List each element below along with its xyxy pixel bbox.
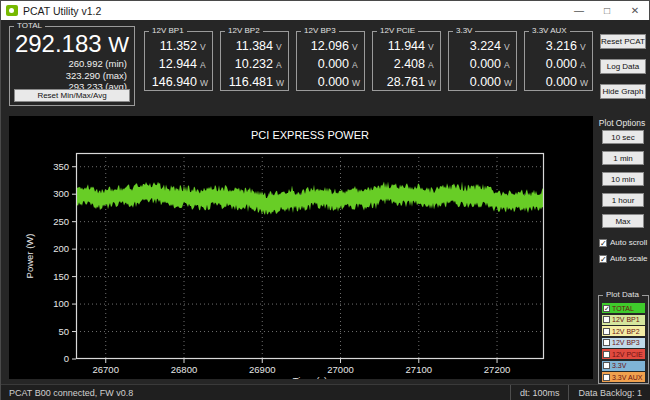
rail-watts: 0.000 xyxy=(318,74,349,91)
legend-total-checkbox[interactable]: ✓ xyxy=(603,305,610,312)
hide-graph-button[interactable]: Hide Graph xyxy=(600,84,646,99)
rail-panel-12v-bp2: 12V BP2 11.384V 10.232A 116.481W xyxy=(220,31,289,91)
reset-pcat-button[interactable]: Reset PCAT xyxy=(600,34,646,49)
svg-text:27200: 27200 xyxy=(484,364,510,375)
legend-item-12v-pcie[interactable]: 12V PCIE xyxy=(602,349,645,359)
legend-12v-pcie-label: 12V PCIE xyxy=(612,351,643,358)
rail-watts: 116.481 xyxy=(229,74,273,91)
legend-12v-bp1-checkbox[interactable] xyxy=(603,316,610,323)
auto-scale-checkbox-box[interactable]: ✓ xyxy=(599,255,607,263)
rail-volts: 12.096 xyxy=(311,38,349,55)
watts-unit: W xyxy=(352,75,360,92)
legend-12v-bp3-checkbox[interactable] xyxy=(603,339,610,346)
svg-text:100: 100 xyxy=(53,298,69,309)
rail-watts: 0.000 xyxy=(470,74,501,91)
legend-item-12v-bp2[interactable]: 12V BP2 xyxy=(602,326,645,336)
legend-12v-pcie-checkbox[interactable] xyxy=(603,351,610,358)
auto-scroll-label: Auto scroll xyxy=(610,238,647,247)
svg-text:26900: 26900 xyxy=(249,364,275,375)
range-max-button[interactable]: Max xyxy=(602,214,644,228)
amps-unit: A xyxy=(352,57,360,74)
power-chart: 2670026800269002700027100272000501001502… xyxy=(9,116,593,379)
close-button[interactable]: ✕ xyxy=(621,1,649,20)
title-bar: PCAT Utility v1.2 — □ ✕ xyxy=(1,1,649,20)
legend-item-3v3-aux[interactable]: 3.3V AUX xyxy=(602,372,645,382)
plot-options-title: Plot Options xyxy=(593,118,650,128)
range-10min-button[interactable]: 10 min xyxy=(602,172,644,186)
total-panel-label: TOTAL xyxy=(14,21,45,30)
legend-item-12v-bp3[interactable]: 12V BP3 xyxy=(602,338,645,348)
rail-label: 12V BP3 xyxy=(301,26,339,35)
rail-label: 3.3V AUX xyxy=(529,26,570,35)
rail-watts: 146.940 xyxy=(152,74,197,91)
rail-amps: 0.000 xyxy=(318,56,349,73)
svg-text:27100: 27100 xyxy=(406,364,432,375)
amps-unit: A xyxy=(580,57,588,74)
total-panel: TOTAL 292.183 W 260.992 (min) 323.290 (m… xyxy=(9,26,135,106)
dt-status: dt: 100ms xyxy=(510,385,569,400)
svg-text:250: 250 xyxy=(53,216,69,227)
log-data-button[interactable]: Log Data xyxy=(600,59,646,74)
volts-unit: V xyxy=(504,39,512,56)
auto-scroll-checkbox-box[interactable]: ✓ xyxy=(599,239,607,247)
svg-text:Power (W): Power (W) xyxy=(24,234,35,279)
rail-panel-3v3-aux: 3.3V AUX 3.216V 0.000A 0.000W xyxy=(524,31,593,91)
data-backlog-status: Data Backlog: 1 xyxy=(568,385,650,400)
legend-3v3-checkbox[interactable] xyxy=(603,362,610,369)
connection-status: PCAT B00 connected, FW v0.8 xyxy=(1,388,133,398)
legend-3v3-aux-label: 3.3V AUX xyxy=(612,374,642,381)
rail-volts: 11.384 xyxy=(236,38,273,55)
rail-panel-12v-bp1: 12V BP1 11.352V 12.944A 146.940W xyxy=(144,31,213,91)
auto-scroll-checkbox[interactable]: ✓ Auto scroll xyxy=(599,238,647,247)
rail-panel-3v3: 3.3V 3.224V 0.000A 0.000W xyxy=(448,31,517,91)
auto-scale-label: Auto scale xyxy=(610,254,647,263)
reset-minmaxavg-button[interactable]: Reset Min/Max/Avg xyxy=(14,89,130,102)
window-title: PCAT Utility v1.2 xyxy=(23,5,101,17)
svg-text:0: 0 xyxy=(64,353,69,364)
legend-total-label: TOTAL xyxy=(612,305,634,312)
svg-text:Time (s): Time (s) xyxy=(293,375,327,379)
legend-3v3-aux-checkbox[interactable] xyxy=(603,374,610,381)
legend-3v3-label: 3.3V xyxy=(612,362,626,369)
total-power-number: 292.183 xyxy=(15,30,102,57)
volts-unit: V xyxy=(276,39,284,56)
main-area: TOTAL 292.183 W 260.992 (min) 323.290 (m… xyxy=(1,20,650,384)
amps-unit: A xyxy=(428,57,436,74)
legend-12v-bp2-checkbox[interactable] xyxy=(603,328,610,335)
legend-item-12v-bp1[interactable]: 12V BP1 xyxy=(602,315,645,325)
minimize-button[interactable]: — xyxy=(565,1,593,20)
svg-text:300: 300 xyxy=(53,188,69,199)
range-10sec-button[interactable]: 10 sec xyxy=(602,130,644,144)
watts-unit: W xyxy=(428,75,436,92)
legend-item-3v3[interactable]: 3.3V xyxy=(602,361,645,371)
watts-unit: W xyxy=(504,75,512,92)
rail-volts: 3.224 xyxy=(470,38,501,55)
plot-data-title: Plot Data xyxy=(603,290,642,299)
amps-unit: A xyxy=(504,57,512,74)
legend-item-total[interactable]: ✓ TOTAL xyxy=(602,303,645,313)
maximize-button[interactable]: □ xyxy=(593,1,621,20)
legend-12v-bp1-label: 12V BP1 xyxy=(612,316,640,323)
rail-volts: 11.352 xyxy=(160,38,197,55)
rail-label: 3.3V xyxy=(453,26,475,35)
svg-text:26800: 26800 xyxy=(171,364,197,375)
pcat-window: PCAT Utility v1.2 — □ ✕ TOTAL 292.183 W … xyxy=(0,0,650,400)
watts-unit: W xyxy=(580,75,588,92)
rail-amps: 12.944 xyxy=(159,56,197,73)
power-chart-svg: 2670026800269002700027100272000501001502… xyxy=(9,116,593,379)
watts-unit: W xyxy=(200,75,208,92)
window-controls: — □ ✕ xyxy=(565,1,649,20)
auto-scale-checkbox[interactable]: ✓ Auto scale xyxy=(599,254,647,263)
total-power-value: 292.183 W xyxy=(10,30,134,58)
svg-text:27000: 27000 xyxy=(327,364,353,375)
watts-unit: W xyxy=(276,75,284,92)
range-1min-button[interactable]: 1 min xyxy=(602,151,644,165)
rail-panel-12v-pcie: 12V PCIE 11.944V 2.408A 28.761W xyxy=(372,31,441,91)
volts-unit: V xyxy=(580,39,588,56)
svg-text:50: 50 xyxy=(58,326,69,337)
rail-watts: 0.000 xyxy=(546,74,577,91)
range-1hour-button[interactable]: 1 hour xyxy=(602,193,644,207)
status-bar: PCAT B00 connected, FW v0.8 dt: 100ms Da… xyxy=(1,384,650,400)
volts-unit: V xyxy=(352,39,360,56)
amps-unit: A xyxy=(276,57,284,74)
